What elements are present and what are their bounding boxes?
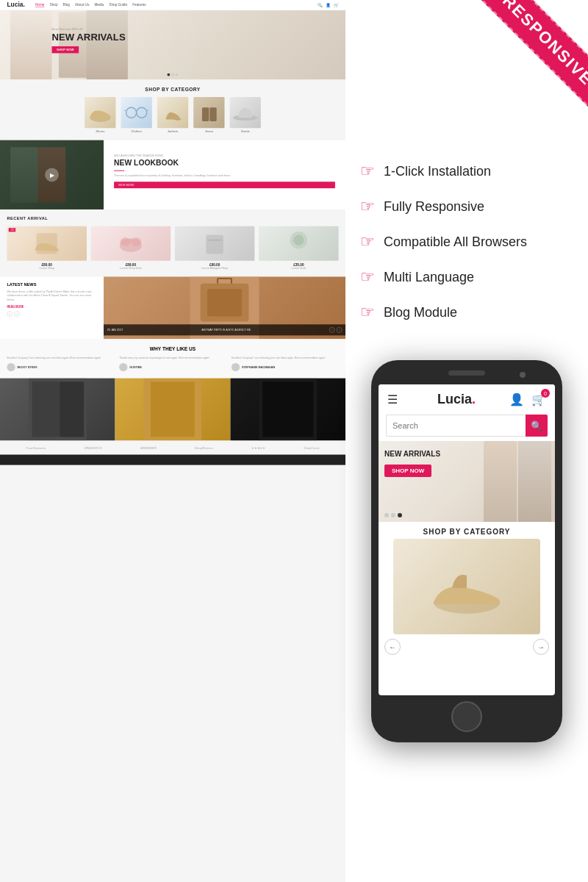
testimonial-3-text: Excellent Company! I am endorsing your o… (232, 356, 339, 360)
news-title: LATEST NEWS (7, 282, 96, 287)
phone-camera (520, 372, 526, 378)
lookbook-description: Themes is populated from squarely of clo… (114, 173, 335, 177)
phone-dot-3[interactable] (398, 513, 402, 517)
news-next-button[interactable]: › (14, 311, 20, 317)
testimonial-3: Excellent Company! I am endorsing your o… (232, 356, 339, 371)
product-4-name: Lorem Scali (259, 267, 339, 270)
phone-prev-arrow[interactable]: ← (384, 639, 401, 655)
phone-mockup-wrapper: ☰ Lucia. 👤 🛒 0 🔍 (345, 353, 588, 882)
nav-media[interactable]: Media (94, 3, 104, 7)
dot-2[interactable] (171, 74, 174, 76)
product-2[interactable]: £89.00 Lorem Shop Girls (91, 226, 171, 270)
products-grid: -5% £80.00 Lorem Shop £89.00 Lorem Shop … (7, 226, 338, 270)
hero-text: Best Discount 30% off NEW ARRIVALS SHOP … (52, 28, 126, 54)
testimonial-3-author: STEPHANIE MACMAHAN (232, 363, 339, 371)
website-preview: Lucia. Home Shop Blog About Us Media Sho… (0, 0, 345, 415)
svg-rect-13 (206, 235, 223, 254)
feature-5-icon: ☞ (360, 303, 375, 322)
search-icon[interactable]: 🔍 (318, 3, 323, 8)
testimonials: Excellent Company! I am endorsing your o… (7, 356, 338, 371)
phone-dot-1[interactable] (384, 513, 389, 517)
category-jackets[interactable]: Jackets (157, 97, 188, 133)
testimonial-1-name: BECKY DYDES (18, 365, 37, 370)
read-more-link[interactable]: READ MORE (7, 305, 96, 308)
phone-category-item (393, 539, 540, 634)
phone-hero: NEW ARRIVALS SHOP NOW (379, 441, 555, 522)
testimonial-1-text: Excellent Company! I am endorsing your o… (7, 356, 114, 360)
product-2-name: Lorem Shop Girls (91, 267, 171, 270)
feature-2-label: Fully Responsive (384, 199, 484, 215)
phone-search-button[interactable]: 🔍 (526, 415, 548, 437)
phone-search-input[interactable] (386, 415, 526, 437)
phone-home-button[interactable] (451, 701, 482, 732)
nav-shopguide[interactable]: Shop Guide (109, 3, 127, 7)
hero-subtitle: Best Discount 30% off (52, 28, 126, 32)
feature-5-label: Blog Module (384, 305, 457, 320)
product-3-name: Lorem Mangola Shop (175, 267, 255, 270)
testimonial-2-author: GUSTINE (119, 363, 226, 371)
dot-1[interactable] (167, 74, 170, 76)
nav-icons: 🔍 👤 🛒 (318, 3, 339, 8)
cart-icon[interactable]: 🛒 (334, 3, 339, 8)
responsive-banner: RESPONSIVE (441, 0, 588, 147)
bag-image: 25 JAN 2017 ANYWAY REPO IS A NYC AGENCY … (104, 276, 345, 339)
feature-1-label: 1-Click Installation (384, 164, 491, 179)
video-prev-button[interactable]: ‹ (329, 327, 335, 333)
feature-1-icon: ☞ (360, 162, 375, 181)
phone-hero-figures (484, 441, 551, 522)
phone-user-icon[interactable]: 👤 (509, 392, 524, 406)
category-hats[interactable]: Sands (230, 97, 261, 133)
testimonial-1-author: BECKY DYDES (7, 363, 114, 371)
view-more-button[interactable]: VIEW MORE (114, 182, 335, 188)
phone-hero-title: NEW ARRIVALS (384, 450, 440, 459)
nav-home[interactable]: Home (35, 3, 45, 7)
brand-2: DRABSTCO (85, 446, 102, 450)
news-prev-button[interactable]: ‹ (7, 311, 12, 317)
feature-2: ☞ Fully Responsive (360, 197, 527, 216)
phone-logo: Lucia. (437, 392, 476, 407)
lookbook-divider (114, 171, 124, 171)
product-1[interactable]: -5% £80.00 Lorem Shop (7, 226, 87, 270)
category-hats-label: Sands (230, 130, 261, 134)
dot-3[interactable] (176, 74, 179, 76)
feature-3-label: Compatible All Browsers (384, 234, 527, 250)
nav-about[interactable]: About Us (75, 3, 89, 7)
lookbook-image: ▶ (0, 140, 104, 209)
category-glasses[interactable]: Clothes (121, 97, 152, 133)
phone-cart-icon[interactable]: 🛒 0 (531, 392, 546, 406)
hero-title: NEW ARRIVALS (52, 32, 126, 42)
feature-4: ☞ Multi Language (360, 268, 527, 287)
nav-blog[interactable]: Blog (63, 3, 70, 7)
hamburger-icon[interactable]: ☰ (387, 392, 398, 406)
category-shoes[interactable]: Shoes (85, 97, 115, 133)
lookbook-section: ▶ WE LAUNCHING THE SEASON SONIC NEW LOOK… (0, 140, 345, 209)
phone-shop-button[interactable]: SHOP NOW (384, 465, 431, 477)
phone-dots (384, 513, 402, 517)
phone-search-bar: 🔍 (386, 415, 548, 437)
product-4[interactable]: £35.00 Lorem Scali (259, 226, 339, 270)
phone-category-title: SHOP BY CATEGORY (379, 522, 555, 539)
product-1-name: Lorem Shop (7, 267, 87, 270)
product-4-image (259, 226, 339, 261)
testimonial-3-name: STEPHANIE MACMAHAN (242, 365, 275, 370)
nav-shop[interactable]: Shop (50, 3, 58, 7)
why-title: WHY THEY LIKE US (7, 345, 338, 351)
video-next-button[interactable]: › (337, 327, 343, 333)
nav-features[interactable]: Features (132, 3, 146, 7)
phone-next-arrow[interactable]: → (533, 639, 549, 655)
brand-6: ClamCrest (304, 446, 319, 450)
phone-hero-fig-2 (518, 441, 551, 522)
news-section: LATEST NEWS We have these outfits styled… (0, 276, 104, 339)
phone-dot-2[interactable] (391, 513, 395, 517)
categories-grid: Shoes Clothes Jackets Jeans (0, 97, 345, 140)
play-button[interactable]: ▶ (45, 168, 59, 182)
website-nav: Lucia. Home Shop Blog About Us Media Sho… (0, 0, 345, 10)
gallery-section (0, 378, 345, 440)
category-jackets-image (157, 97, 188, 128)
category-jeans[interactable]: Jeans (193, 97, 224, 133)
lookbook-text: WE LAUNCHING THE SEASON SONIC NEW LOOKBO… (104, 140, 345, 209)
product-3[interactable]: £90.00 Lorem Mangola Shop (175, 226, 255, 270)
user-icon[interactable]: 👤 (326, 3, 331, 8)
hero-shop-button[interactable]: SHOP NOW (52, 46, 79, 53)
video-text: ANYWAY REPO IS A NYC AGENCY BE (201, 329, 251, 331)
